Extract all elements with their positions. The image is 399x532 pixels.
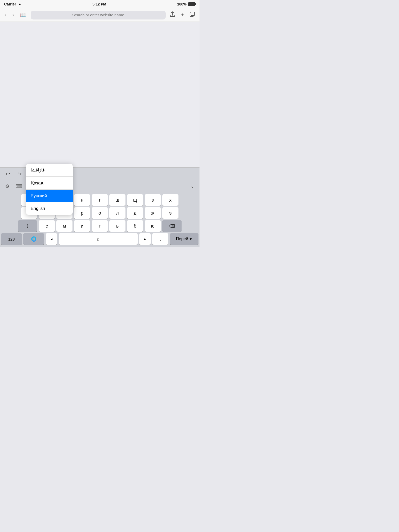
key-б[interactable]: б: [127, 220, 143, 232]
num-key[interactable]: 123: [1, 233, 22, 245]
language-option-kazakh-arabic[interactable]: قازاقشا: [26, 164, 73, 177]
key-щ[interactable]: щ: [127, 194, 143, 206]
status-left: Carrier ▲: [4, 2, 22, 6]
back-button[interactable]: ‹: [3, 11, 8, 19]
undo-button[interactable]: ↩: [4, 170, 12, 178]
key-э[interactable]: э: [162, 207, 178, 219]
key-ь[interactable]: ь: [109, 220, 125, 232]
arrow-right-key[interactable]: ▸: [139, 233, 151, 245]
globe-key[interactable]: 🌐: [23, 233, 44, 245]
keyboard-layout-button[interactable]: ⌨: [14, 182, 24, 190]
carrier-label: Carrier: [4, 2, 16, 6]
language-option-english[interactable]: English: [26, 202, 73, 215]
key-и[interactable]: и: [74, 220, 90, 232]
key-р[interactable]: р: [74, 207, 90, 219]
svg-rect-1: [191, 12, 195, 16]
shift-key[interactable]: ⇧: [18, 220, 37, 232]
key-о[interactable]: о: [92, 207, 108, 219]
key-д[interactable]: д: [127, 207, 143, 219]
key-ю[interactable]: ю: [145, 220, 161, 232]
key-м[interactable]: м: [56, 220, 72, 232]
main-content: [0, 22, 200, 167]
key-с[interactable]: с: [39, 220, 55, 232]
language-option-russian[interactable]: Русский: [26, 190, 73, 202]
nav-right-buttons: +: [168, 10, 196, 19]
keyboard-bottom-row: 123 🌐 ◂ р ▸ , Перейти: [1, 233, 198, 245]
language-dropdown[interactable]: قازاقشا Қазақ Русский English: [26, 164, 73, 215]
status-bar: Carrier ▲ 5:12 PM 100%: [0, 0, 200, 8]
language-option-kazakh[interactable]: Қазақ: [26, 177, 73, 190]
key-г[interactable]: г: [92, 194, 108, 206]
space-key[interactable]: р: [59, 233, 138, 245]
keyboard-row-3: ⇧ с м и т ь б ю ⌫: [1, 220, 198, 232]
status-time: 5:12 PM: [92, 2, 106, 6]
tabs-button[interactable]: [188, 11, 196, 19]
new-tab-button[interactable]: +: [179, 11, 185, 19]
key-ш[interactable]: ш: [109, 194, 125, 206]
keyboard-area: قازاقشا Қазақ Русский English й к е н г …: [0, 192, 200, 247]
go-key[interactable]: Перейти: [170, 233, 198, 245]
key-н[interactable]: н: [74, 194, 90, 206]
key-т[interactable]: т: [92, 220, 108, 232]
wifi-icon: ▲: [18, 2, 22, 6]
key-ж[interactable]: ж: [145, 207, 161, 219]
forward-button[interactable]: ›: [11, 11, 16, 19]
key-л[interactable]: л: [109, 207, 125, 219]
search-input[interactable]: [31, 11, 166, 19]
keyboard-collapse-button[interactable]: ⌄: [189, 182, 196, 190]
bookmarks-button[interactable]: 📖: [18, 11, 28, 19]
key-з[interactable]: з: [145, 194, 161, 206]
comma-key[interactable]: ,: [152, 233, 168, 245]
keyboard-settings-button[interactable]: ⚙: [4, 182, 11, 190]
redo-button[interactable]: ↪: [16, 170, 23, 178]
battery-fill: [189, 3, 195, 5]
share-button[interactable]: [168, 10, 177, 19]
nav-bar: ‹ › 📖 +: [0, 8, 200, 22]
backspace-key[interactable]: ⌫: [162, 220, 182, 232]
key-х[interactable]: х: [162, 194, 178, 206]
arrow-left-key[interactable]: ◂: [46, 233, 57, 245]
battery-percent: 100%: [177, 2, 187, 6]
battery-icon: [188, 2, 195, 6]
status-right: 100%: [177, 2, 195, 6]
